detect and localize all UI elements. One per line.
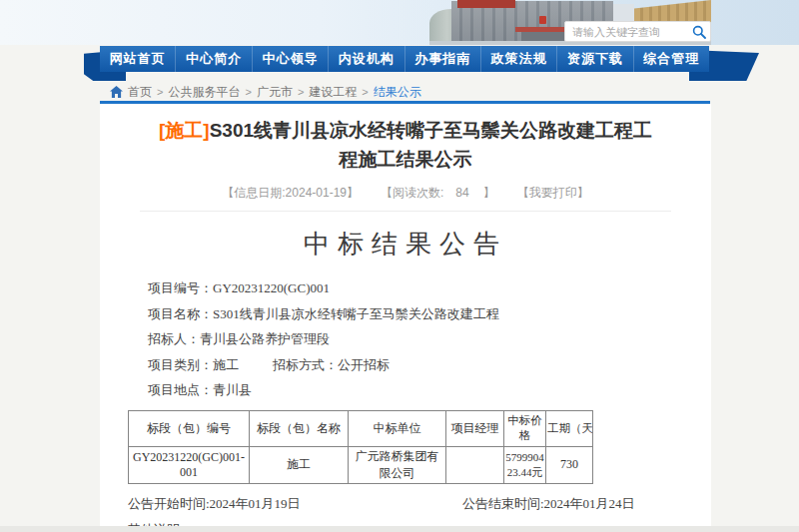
field-tenderee: 招标人：青川县公路养护管理段: [148, 326, 711, 352]
col-header-section-name: 标段（包）名称: [250, 410, 349, 446]
start-time: 公告开始时间:2024年01月19日: [128, 496, 301, 511]
field-project-code: 项目编号：GY20231220(GC)001: [148, 275, 711, 301]
field-location: 项目地点：青川县: [148, 377, 711, 403]
breadcrumb: 首页 > 公共服务平台 > 广元市 > 建设工程 > 结果公示: [110, 84, 421, 100]
field-value: 青川县: [213, 382, 252, 397]
view-count-label: 【阅读次数:: [381, 185, 443, 202]
field-value: GY20231220(GC)001: [213, 280, 330, 295]
announcement-heading: 中标结果公告: [100, 227, 711, 262]
meta-bar: 【信息日期:2024-01-19】 【阅读次数:84】 【我要打印】: [140, 185, 671, 212]
field-label: 招标人：: [148, 331, 200, 346]
breadcrumb-separator: >: [298, 86, 304, 98]
search-icon[interactable]: [692, 25, 706, 39]
field-category-and-method: 项目类别：施工招标方式：公开招标: [148, 352, 711, 378]
end-time: 公告结束时间:2024年01月24日: [462, 495, 635, 513]
breadcrumb-separator: >: [245, 86, 251, 98]
field-label: 项目编号：: [148, 280, 213, 295]
building-roof-sign: [457, 0, 515, 8]
cell-price: 579990423.44元: [504, 446, 546, 483]
breadcrumb-platform[interactable]: 公共服务平台: [168, 84, 240, 101]
col-header-manager: 项目经理: [446, 410, 504, 446]
search-box[interactable]: [564, 21, 711, 42]
field-label: 项目类别：: [148, 357, 213, 372]
print-button[interactable]: 【我要打印】: [517, 185, 589, 202]
breadcrumb-category[interactable]: 建设工程: [309, 84, 357, 101]
project-fields: 项目编号：GY20231220(GC)001 项目名称：S301线青川县凉水经转…: [148, 275, 711, 403]
col-header-winner: 中标单位: [349, 410, 446, 446]
field-label: 项目地点：: [148, 382, 213, 397]
search-input[interactable]: [572, 26, 692, 38]
view-count-close: 】: [483, 185, 495, 202]
field-value: 公开招标: [338, 357, 390, 372]
nav-item-policies[interactable]: 政策法规: [481, 46, 557, 72]
cell-section-name: 施工: [250, 446, 349, 483]
title-category-tag: [施工]: [159, 120, 210, 141]
view-count-number: 84: [455, 186, 468, 200]
field-value: S301线青川县凉水经转嘴子至马鬃关公路改建工程: [213, 306, 499, 321]
col-header-price: 中标价格: [504, 410, 546, 446]
building-national-emblem: [539, 16, 546, 24]
page-title: [施工]S301线青川县凉水经转嘴子至马鬃关公路改建工程工程施工结果公示: [155, 117, 656, 174]
nav-item-downloads[interactable]: 资源下载: [557, 46, 633, 72]
price-line-2: 23.44元: [505, 465, 544, 480]
main-nav: 网站首页 中心简介 中心领导 内设机构 办事指南 政策法规 资源下载 综合管理: [100, 46, 709, 72]
col-header-duration: 工期（天）: [546, 410, 593, 446]
cell-manager: [446, 446, 504, 483]
field-label: 项目名称：: [148, 306, 213, 321]
col-header-section-code: 标段（包）编号: [129, 410, 250, 446]
table-row: GY20231220(GC)001-001 施工 广元路桥集团有限公司 5799…: [129, 446, 593, 483]
nav-item-departments[interactable]: 内设机构: [329, 46, 404, 72]
footer-strip: [0, 526, 799, 532]
home-icon[interactable]: [110, 86, 123, 98]
bid-result-table: 标段（包）编号 标段（包）名称 中标单位 项目经理 中标价格 工期（天） GY2…: [128, 410, 593, 484]
breadcrumb-separator: >: [157, 86, 163, 98]
cell-duration: 730: [546, 446, 593, 483]
article-panel: [施工]S301线青川县凉水经转嘴子至马鬃关公路改建工程工程施工结果公示 【信息…: [100, 104, 711, 526]
field-value: 青川县公路养护管理段: [200, 331, 330, 346]
nav-item-admin[interactable]: 综合管理: [634, 46, 709, 72]
info-date: 【信息日期:2024-01-19】: [222, 185, 359, 202]
breadcrumb-home[interactable]: 首页: [128, 84, 152, 101]
nav-item-leaders[interactable]: 中心领导: [253, 46, 329, 72]
breadcrumb-city[interactable]: 广元市: [257, 84, 293, 101]
top-banner: [0, 0, 799, 45]
nav-item-guide[interactable]: 办事指南: [405, 46, 481, 72]
nav-item-home[interactable]: 网站首页: [100, 46, 176, 72]
breadcrumb-separator: >: [362, 86, 368, 98]
breadcrumb-current[interactable]: 结果公示: [374, 84, 421, 101]
field-label: 招标方式：: [273, 357, 338, 372]
table-header-row: 标段（包）编号 标段（包）名称 中标单位 项目经理 中标价格 工期（天）: [129, 410, 593, 446]
cell-winner: 广元路桥集团有限公司: [349, 446, 446, 483]
title-text: S301线青川县凉水经转嘴子至马鬃关公路改建工程工程施工结果公示: [210, 120, 652, 170]
view-count: 【阅读次数:84】: [381, 185, 495, 202]
announcement-times: 公告开始时间:2024年01月19日 公告结束时间:2024年01月24日: [128, 495, 711, 512]
field-project-name: 项目名称：S301线青川县凉水经转嘴子至马鬃关公路改建工程: [148, 301, 711, 327]
cell-section-code: GY20231220(GC)001-001: [129, 446, 250, 483]
nav-item-about[interactable]: 中心简介: [176, 46, 252, 72]
field-value: 施工: [213, 357, 239, 372]
price-line-1: 5799904: [505, 450, 544, 465]
